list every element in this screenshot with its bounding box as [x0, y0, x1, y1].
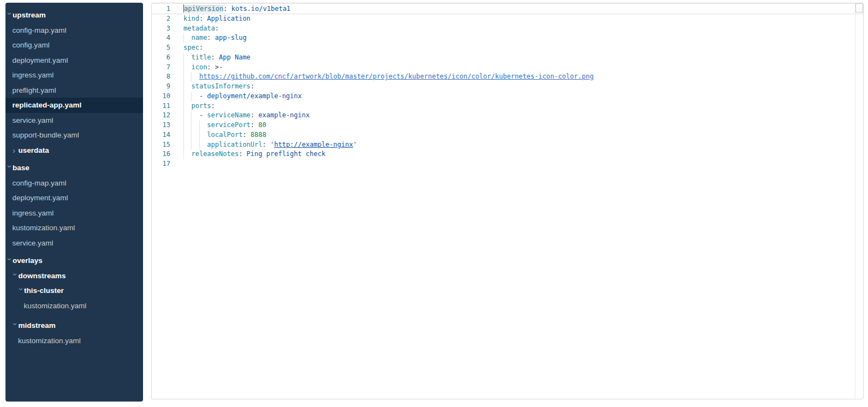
folder-label: midstream: [19, 321, 56, 330]
code-token: :: [215, 25, 219, 32]
code-token: :: [251, 111, 254, 119]
code-line-13[interactable]: 13 servicePort: 80: [152, 121, 863, 130]
tree-item-config.yaml[interactable]: config.yaml: [5, 38, 143, 53]
tree-item-midstream[interactable]: ›midstream: [5, 318, 143, 333]
code-token: :: [251, 121, 254, 129]
tree-item-deployment.yaml[interactable]: deployment.yaml: [5, 190, 143, 206]
tree-item-base[interactable]: ›base: [5, 160, 143, 176]
tree-item-ingress.yaml[interactable]: ingress.yaml: [5, 206, 143, 221]
file-label: replicated-app.yaml: [13, 101, 82, 109]
tree-item-userdata[interactable]: ›userdata: [5, 143, 143, 158]
tree-item-deployment.yaml[interactable]: deployment.yaml: [5, 53, 143, 68]
folder-label: upstream: [13, 11, 46, 19]
chevron-right-icon[interactable]: ›: [13, 143, 19, 158]
file-label: support-bundle.yaml: [13, 131, 79, 139]
line-number: 4: [152, 33, 170, 43]
tree-item-config-map.yaml[interactable]: config-map.yaml: [5, 23, 143, 38]
line-number: 10: [152, 92, 170, 101]
tree-item-kustomization.yaml[interactable]: kustomization.yaml: [5, 298, 143, 314]
line-number: 17: [152, 159, 170, 169]
code-area[interactable]: 1apiVersion: kots.io/v1beta12kind: Appli…: [152, 3, 863, 169]
chevron-down-icon[interactable]: ›: [5, 13, 17, 19]
code-line-10[interactable]: 10 - deployment/example-nginx: [152, 92, 863, 101]
code-token: [183, 53, 191, 61]
code-line-8[interactable]: 8 https://github.com/cncf/artwork/blob/m…: [152, 72, 863, 82]
code-token: title: [191, 53, 211, 61]
tree-item-ingress.yaml[interactable]: ingress.yaml: [5, 68, 143, 83]
code-line-4[interactable]: 4 name: app-slug: [152, 33, 863, 43]
line-content: servicePort: 80: [170, 121, 863, 130]
indent-guide: [199, 121, 200, 130]
line-content: localPort: 8888: [170, 130, 863, 140]
tree-item-upstream[interactable]: ›upstream: [5, 8, 143, 23]
indent-guide: [199, 130, 200, 140]
code-line-14[interactable]: 14 localPort: 8888: [152, 130, 863, 140]
code-token: example-nginx: [254, 111, 310, 119]
code-token: deployment/example-nginx: [207, 92, 301, 100]
code-line-3[interactable]: 3metadata:: [152, 24, 863, 34]
tree-item-overlays[interactable]: ›overlays: [5, 253, 143, 268]
file-label: ingress.yaml: [13, 71, 54, 79]
code-line-5[interactable]: 5spec:: [152, 43, 863, 53]
tree-item-preflight.yaml[interactable]: preflight.yaml: [5, 83, 143, 98]
code-line-17[interactable]: 17: [152, 159, 863, 169]
indent-guide: [183, 33, 184, 43]
tree-item-downstreams[interactable]: ›downstreams: [5, 268, 143, 284]
code-token: :: [251, 82, 254, 90]
tree-item-this-cluster[interactable]: ›this-cluster: [5, 283, 143, 298]
tree-item-kustomization.yaml[interactable]: kustomization.yaml: [5, 220, 143, 236]
line-number: 12: [152, 111, 170, 121]
line-content: statusInformers:: [170, 82, 863, 92]
code-line-16[interactable]: 16 releaseNotes: Ping preflight check: [152, 149, 863, 159]
line-number: 2: [152, 14, 170, 24]
indent-guide: [183, 140, 184, 150]
tree-item-service.yaml[interactable]: service.yaml: [5, 113, 143, 128]
yaml-editor-panel[interactable]: 1apiVersion: kots.io/v1beta12kind: Appli…: [151, 3, 864, 399]
code-token: spec: [183, 44, 199, 51]
line-content: releaseNotes: Ping preflight check: [170, 149, 863, 159]
code-token: [183, 121, 207, 129]
indent-guide: [183, 130, 184, 140]
code-line-1[interactable]: 1apiVersion: kots.io/v1beta1: [152, 4, 863, 14]
chevron-down-icon[interactable]: ›: [14, 288, 29, 294]
code-line-15[interactable]: 15 applicationUrl: 'http://example-nginx…: [152, 140, 863, 150]
indent-guide: [183, 101, 184, 111]
line-content: - deployment/example-nginx: [170, 92, 863, 101]
file-label: service.yaml: [13, 239, 53, 247]
chevron-down-icon[interactable]: ›: [5, 258, 17, 264]
line-content: title: App Name: [170, 53, 863, 63]
line-number: 15: [152, 140, 170, 150]
tree-item-config-map.yaml[interactable]: config-map.yaml: [5, 176, 143, 191]
code-token: apiVersion: [184, 5, 223, 13]
line-content: applicationUrl: 'http://example-nginx': [170, 140, 863, 150]
code-line-7[interactable]: 7 icon: >-: [152, 63, 863, 73]
chevron-down-icon[interactable]: ›: [8, 273, 23, 279]
code-line-12[interactable]: 12 - serviceName: example-nginx: [152, 111, 863, 121]
code-token: ': [353, 141, 357, 148]
code-token: App Name: [215, 53, 251, 61]
file-label: deployment.yaml: [13, 56, 68, 64]
indent-guide: [191, 92, 192, 101]
code-token: name: [191, 34, 207, 41]
indent-guide: [183, 149, 184, 159]
code-link[interactable]: http://example-nginx: [274, 141, 353, 148]
folder-label: this-cluster: [24, 286, 64, 295]
tree-item-service.yaml[interactable]: service.yaml: [5, 236, 143, 251]
code-link[interactable]: https://github.com/cncf/artwork/blob/mas…: [199, 73, 593, 80]
code-line-9[interactable]: 9 statusInformers:: [152, 82, 863, 92]
tree-item-kustomization.yaml[interactable]: kustomization.yaml: [5, 333, 143, 349]
chevron-down-icon[interactable]: ›: [5, 165, 17, 171]
line-number: 1: [152, 4, 170, 14]
code-token: :: [199, 44, 203, 51]
line-content: icon: >-: [170, 63, 863, 73]
code-line-11[interactable]: 11 ports:: [152, 101, 863, 111]
code-line-2[interactable]: 2kind: Application: [152, 14, 863, 24]
tree-item-replicated-app.yaml[interactable]: replicated-app.yaml: [5, 98, 143, 113]
tree-item-support-bundle.yaml[interactable]: support-bundle.yaml: [5, 128, 143, 143]
code-token: app-slug: [211, 34, 247, 41]
code-token: ': [266, 141, 274, 148]
chevron-down-icon[interactable]: ›: [8, 323, 23, 329]
line-content: https://github.com/cncf/artwork/blob/mas…: [170, 72, 863, 82]
code-line-6[interactable]: 6 title: App Name: [152, 53, 863, 63]
code-token: servicePort: [207, 121, 250, 129]
